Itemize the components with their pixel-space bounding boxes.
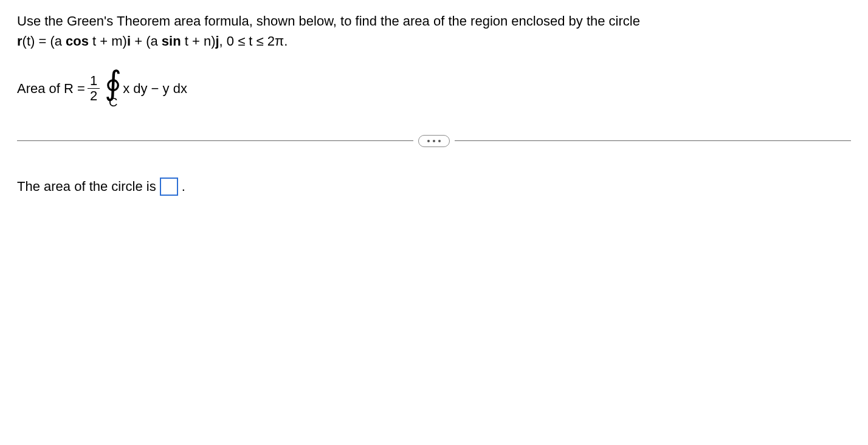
- problem-statement: Use the Green's Theorem area formula, sh…: [17, 11, 851, 51]
- section-divider: [17, 134, 851, 148]
- problem-line1: Use the Green's Theorem area formula, sh…: [17, 13, 640, 29]
- answer-input[interactable]: [160, 178, 178, 196]
- divider-line-right: [455, 140, 851, 141]
- mid2: t + n): [181, 33, 216, 49]
- t-paren: (t) = (a: [22, 33, 66, 49]
- answer-prefix: The area of the circle is: [17, 179, 156, 195]
- divider-line-left: [17, 140, 413, 141]
- area-formula: Area of R = 1 2 ∮ C x dy − y dx: [17, 68, 851, 109]
- mid1: t + m): [89, 33, 127, 49]
- r-symbol: r: [17, 33, 22, 49]
- sin-text: sin: [162, 33, 181, 49]
- ellipsis-icon: [427, 140, 441, 142]
- fraction-numerator: 1: [88, 74, 100, 89]
- cos-text: cos: [66, 33, 89, 49]
- answer-prompt: The area of the circle is .: [17, 178, 851, 196]
- range: , 0 ≤ t ≤ 2π.: [219, 33, 288, 49]
- answer-suffix: .: [182, 179, 185, 195]
- contour-integral: ∮ C: [105, 68, 122, 109]
- integrand: x dy − y dx: [123, 81, 187, 97]
- fraction-denominator: 2: [88, 89, 100, 103]
- integral-icon: ∮: [105, 68, 122, 98]
- expand-button[interactable]: [418, 135, 450, 147]
- one-half-fraction: 1 2: [88, 74, 100, 103]
- plus: + (a: [131, 33, 162, 49]
- formula-lhs: Area of R =: [17, 81, 85, 97]
- integral-subscript: C: [109, 95, 117, 109]
